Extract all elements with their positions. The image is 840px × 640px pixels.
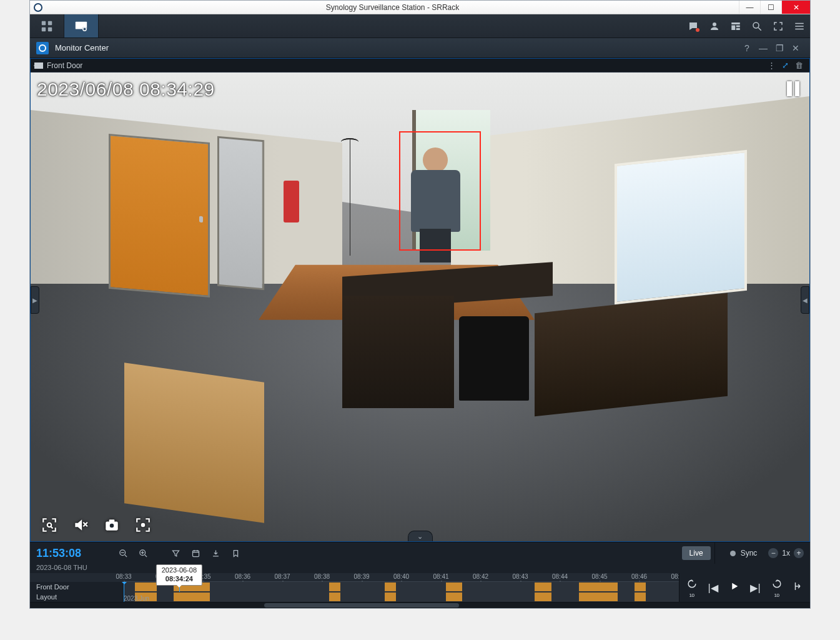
timeline-tick: 08:45	[591, 573, 607, 580]
svg-rect-9	[731, 25, 735, 30]
timeline-tick: 08:38	[314, 573, 330, 580]
snapshot-icon[interactable]	[103, 516, 121, 534]
zoom-in-icon[interactable]	[135, 545, 151, 561]
app-icon	[34, 3, 42, 12]
filter-icon[interactable]	[167, 545, 184, 561]
app-topbar	[30, 14, 810, 38]
expand-timeline-icon[interactable]: ⌄	[408, 531, 433, 541]
notifications-icon[interactable]	[683, 14, 704, 38]
timeline-lane[interactable]: 2023-06-0808:34:24	[124, 582, 679, 592]
speed-down-icon[interactable]: −	[768, 548, 778, 558]
zoom-region-icon[interactable]	[41, 516, 58, 534]
rewind-start-icon[interactable]: 10	[686, 578, 698, 598]
window-close-button[interactable]: ✕	[781, 1, 810, 14]
svg-line-27	[125, 555, 127, 557]
svg-rect-14	[795, 22, 804, 24]
camera-collapse-icon[interactable]: ⤢	[778, 61, 792, 70]
forward-end-icon[interactable]: 10	[771, 578, 783, 598]
jump-live-icon[interactable]	[792, 581, 804, 594]
timeline-row-camera: Front Door 2023-06-0808:34:24	[30, 582, 679, 592]
timeline-event[interactable]	[635, 592, 646, 601]
module-restore-icon[interactable]: ❐	[771, 43, 788, 53]
module-title: Monitor Center	[55, 43, 109, 52]
widgets-icon[interactable]	[725, 14, 746, 38]
timeline-scrollbar[interactable]	[30, 602, 810, 608]
sync-button[interactable]: Sync	[721, 546, 766, 560]
tab-dashboard[interactable]	[30, 14, 64, 38]
mute-icon[interactable]	[72, 516, 89, 534]
timeline-event[interactable]	[446, 582, 463, 591]
prev-frame-icon[interactable]: |◀	[707, 582, 719, 594]
camera-options-icon[interactable]: ⋮	[764, 61, 778, 70]
tab-monitor[interactable]	[64, 14, 99, 38]
play-icon[interactable]	[728, 581, 741, 594]
playback-speed: − 1x +	[768, 548, 804, 558]
timeline-event[interactable]	[329, 582, 340, 591]
camera-delete-icon[interactable]: 🗑	[792, 61, 806, 70]
speed-label: 1x	[782, 549, 790, 558]
next-frame-icon[interactable]: ▶|	[749, 582, 762, 594]
svg-rect-3	[48, 27, 52, 31]
calendar-icon[interactable]	[187, 545, 204, 561]
module-close-icon[interactable]: ✕	[788, 43, 804, 53]
svg-rect-16	[795, 28, 804, 29]
module-minimize-icon[interactable]: ―	[755, 43, 771, 53]
timeline-lane[interactable]	[124, 592, 679, 602]
user-icon[interactable]	[704, 14, 725, 38]
search-icon[interactable]	[746, 14, 768, 38]
timeline-event[interactable]	[135, 582, 157, 591]
svg-point-22	[110, 524, 114, 528]
svg-point-7	[713, 22, 716, 26]
svg-rect-1	[48, 21, 52, 24]
timeline-event[interactable]	[535, 582, 551, 591]
bookmark-icon[interactable]	[227, 545, 244, 561]
left-panel-handle[interactable]: ▶	[31, 286, 39, 314]
timeline-tick: 08:41	[433, 573, 448, 580]
timeline-event[interactable]	[174, 592, 210, 601]
feed-controls	[41, 516, 152, 534]
timeline-event[interactable]	[446, 592, 463, 601]
timeline-event[interactable]	[329, 592, 340, 601]
playback-controls: 10 |◀ ▶| 10	[679, 573, 810, 602]
timeline-tick: 08:33	[116, 573, 131, 580]
speed-up-icon[interactable]: +	[794, 548, 804, 558]
timeline-event[interactable]	[535, 592, 551, 601]
window-titlebar: Synology Surveillance Station - SRRack ―…	[30, 1, 810, 14]
svg-rect-15	[795, 26, 804, 27]
svg-point-24	[142, 524, 144, 526]
right-panel-handle[interactable]: ◀	[801, 286, 809, 314]
timeline-tracks[interactable]: 08:3308:3408:3508:3608:3708:3808:3908:40…	[30, 573, 810, 602]
svg-point-12	[753, 22, 759, 28]
timeline-panel: 11:53:08 Live Sync − 1x +	[30, 542, 810, 608]
timeline-ruler[interactable]: 08:3308:3408:3508:3608:3708:3808:3908:40…	[124, 573, 679, 582]
timeline-event[interactable]	[635, 582, 646, 591]
timeline-event[interactable]	[385, 592, 396, 601]
timeline-month-label: 2023.Jun	[124, 595, 149, 602]
live-button[interactable]: Live	[682, 546, 711, 560]
fullscreen-icon[interactable]	[768, 14, 789, 38]
focus-icon[interactable]	[134, 516, 152, 534]
timeline-tick: 08:39	[353, 573, 369, 580]
svg-line-31	[145, 555, 147, 557]
timeline-event[interactable]	[579, 582, 618, 591]
zoom-out-icon[interactable]	[115, 545, 131, 561]
window-maximize-button[interactable]: ☐	[760, 1, 781, 14]
timeline-tick: 08:43	[512, 573, 528, 580]
window-minimize-button[interactable]: ―	[739, 1, 760, 14]
monitor-center-icon	[36, 42, 49, 54]
timeline-row-label: Front Door	[30, 582, 124, 592]
menu-icon[interactable]	[789, 14, 810, 38]
svg-rect-11	[736, 28, 740, 30]
svg-rect-2	[42, 27, 46, 31]
pause-icon[interactable]	[787, 81, 799, 96]
svg-line-18	[51, 526, 52, 528]
camera-icon	[34, 62, 43, 69]
help-icon[interactable]: ?	[739, 43, 755, 53]
download-icon[interactable]	[207, 545, 224, 561]
video-feed[interactable]: 2023/06/08 08:34:29 ⌄	[31, 72, 809, 541]
timeline-tick: 08:46	[631, 573, 647, 580]
svg-rect-32	[192, 551, 199, 556]
timeline-tick: 08:40	[393, 573, 409, 580]
timeline-event[interactable]	[385, 582, 396, 591]
timeline-event[interactable]	[579, 592, 618, 601]
